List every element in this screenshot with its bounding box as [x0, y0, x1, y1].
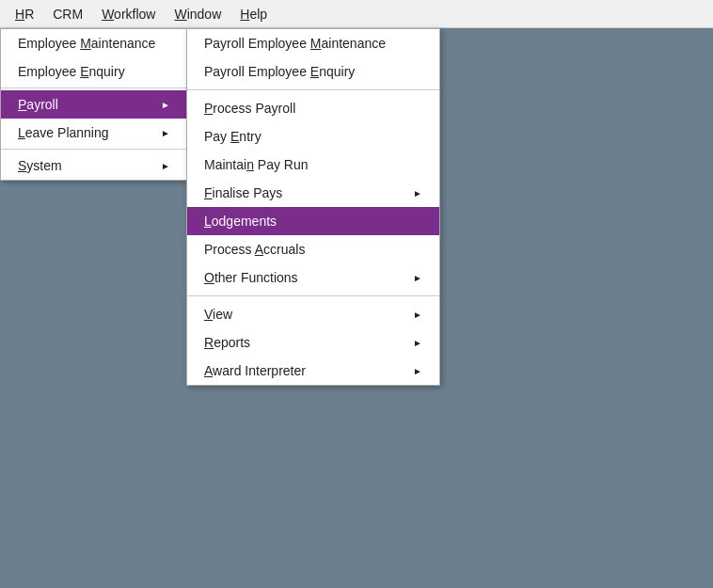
leave-planning-label: Leave Planning [18, 125, 109, 140]
system-label: System [18, 158, 62, 173]
view-arrow-icon: ► [413, 310, 422, 320]
reports-label: Reports [204, 335, 250, 350]
employee-maintenance-item[interactable]: Employee Maintenance [1, 29, 187, 57]
finalise-pays-item[interactable]: Finalise Pays ► [187, 179, 439, 207]
menubar-item-help[interactable]: Help [230, 3, 277, 25]
system-item[interactable]: System ► [1, 151, 187, 180]
maintain-pay-run-item[interactable]: Maintain Pay Run [187, 151, 439, 179]
payroll-label: Payroll [18, 97, 58, 112]
leave-planning-arrow-icon: ► [161, 128, 170, 138]
payroll-employee-maintenance-item[interactable]: Payroll Employee Maintenance [187, 29, 439, 57]
employee-enquiry-label: Employee Enquiry [18, 64, 125, 79]
process-accruals-label: Process Accruals [204, 242, 305, 257]
menubar-item-window[interactable]: Window [165, 3, 230, 25]
payroll-item[interactable]: Payroll ► [1, 90, 187, 119]
leave-planning-item[interactable]: Leave Planning ► [1, 119, 187, 147]
employee-maintenance-label: Employee Maintenance [18, 36, 155, 51]
award-interpreter-label: Award Interpreter [204, 363, 306, 378]
payroll-employee-enquiry-label: Payroll Employee Enquiry [204, 64, 355, 79]
divider-2 [1, 149, 187, 150]
view-label: View [204, 307, 232, 322]
menubar: HR CRM Workflow Window Help [0, 0, 713, 28]
divider-1 [1, 87, 187, 88]
menubar-item-hr[interactable]: HR [6, 3, 43, 25]
payroll-employee-enquiry-item[interactable]: Payroll Employee Enquiry [187, 57, 439, 86]
submenu-divider-1 [187, 89, 439, 90]
reports-arrow-icon: ► [413, 338, 422, 348]
hr-dropdown: Employee Maintenance Employee Enquiry Pa… [0, 28, 188, 181]
maintain-pay-run-label: Maintain Pay Run [204, 157, 309, 172]
submenu-divider-2 [187, 295, 439, 296]
process-payroll-label: Process Payroll [204, 101, 295, 116]
award-interpreter-item[interactable]: Award Interpreter ► [187, 357, 439, 385]
reports-item[interactable]: Reports ► [187, 328, 439, 357]
payroll-submenu: Payroll Employee Maintenance Payroll Emp… [186, 28, 440, 386]
other-functions-item[interactable]: Other Functions ► [187, 263, 439, 292]
process-payroll-item[interactable]: Process Payroll [187, 94, 439, 122]
view-item[interactable]: View ► [187, 300, 439, 328]
payroll-employee-maintenance-label: Payroll Employee Maintenance [204, 36, 386, 51]
menubar-item-crm[interactable]: CRM [43, 3, 92, 25]
employee-enquiry-item[interactable]: Employee Enquiry [1, 57, 187, 86]
other-functions-arrow-icon: ► [413, 273, 422, 283]
system-arrow-icon: ► [161, 161, 170, 171]
lodgements-label: Lodgements [204, 214, 277, 229]
pay-entry-item[interactable]: Pay Entry [187, 122, 439, 151]
lodgements-item[interactable]: Lodgements [187, 207, 439, 235]
other-functions-label: Other Functions [204, 270, 298, 285]
finalise-pays-label: Finalise Pays [204, 185, 282, 200]
award-interpreter-arrow-icon: ► [413, 366, 422, 376]
finalise-pays-arrow-icon: ► [413, 188, 422, 199]
menubar-item-workflow[interactable]: Workflow [92, 3, 165, 25]
payroll-arrow-icon: ► [161, 100, 170, 110]
process-accruals-item[interactable]: Process Accruals [187, 235, 439, 263]
pay-entry-label: Pay Entry [204, 129, 261, 144]
